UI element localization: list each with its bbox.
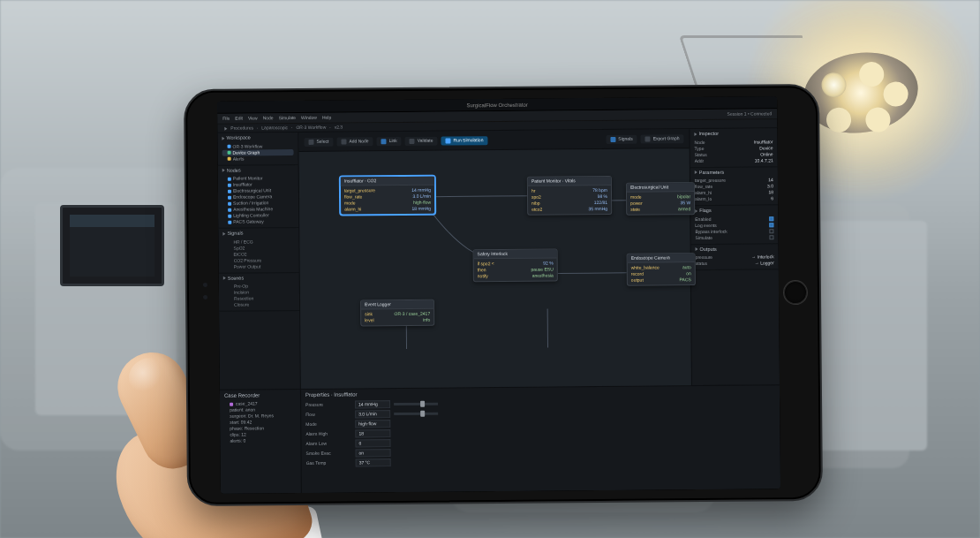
graph-node-interlock[interactable]: Safety Interlock if spo2 <92 % thenpause… xyxy=(473,248,558,282)
background-monitor-left xyxy=(60,205,164,286)
graph-node-insufflator[interactable]: Insufflator · CO2 target_pressure14 mmHg… xyxy=(340,176,435,216)
case-recorder-panel: Case Recorder case_2417 patient: anon su… xyxy=(220,390,302,494)
prop-field-gastemp[interactable]: 37 °C xyxy=(356,458,391,466)
export-icon xyxy=(645,136,651,141)
signal-item[interactable]: CO2 Pressure xyxy=(223,257,295,264)
signal-item[interactable]: SpO2 xyxy=(222,245,294,252)
breadcrumb-seg[interactable]: Procedures xyxy=(230,125,253,130)
pressure-slider[interactable] xyxy=(394,403,438,405)
waveform-icon xyxy=(610,136,615,141)
alert-icon xyxy=(228,157,231,161)
check-icon xyxy=(410,138,415,143)
outputs-section: Outputs pressure→ Interlock status→ Logg… xyxy=(691,244,779,270)
section-title: Signals xyxy=(227,231,243,237)
checkbox-simulate[interactable] xyxy=(769,235,773,239)
chevron-down-icon[interactable] xyxy=(222,231,225,235)
connection-status: Session 1 • Connected xyxy=(727,111,773,116)
inspector-section: Inspector NodeInsufflator TypeDevice Sta… xyxy=(690,128,777,167)
menu-file[interactable]: File xyxy=(222,117,230,121)
node-title: Electrosurgical Unit xyxy=(627,183,694,193)
device-icon xyxy=(228,189,231,193)
node-canvas[interactable]: Insufflator · CO2 target_pressure14 mmHg… xyxy=(299,148,691,389)
breadcrumb-seg[interactable]: Laparoscopic xyxy=(261,125,288,130)
tablet-device: SurgicalFlow Orchestrator File Edit View… xyxy=(184,84,823,506)
node-palette-item[interactable]: PACS Gateway xyxy=(222,218,294,225)
chevron-down-icon[interactable] xyxy=(694,133,697,136)
device-icon xyxy=(228,208,231,211)
tool-select[interactable]: Select xyxy=(304,137,333,146)
properties-panel: Properties · Insufflator Pressure14 mmHg… xyxy=(301,385,780,493)
sidebar-item-workflow[interactable]: OR-3 Workflow xyxy=(222,143,293,150)
checkbox-bypass[interactable] xyxy=(769,229,773,233)
sidebar-section-scenes: Scenes Pre-Op Incision Resection Closure xyxy=(219,273,299,312)
flags-section: Flags Enabled Log events Bypass interloc… xyxy=(690,205,778,244)
section-title: Nodes xyxy=(227,168,241,173)
prop-field-alarm-hi[interactable]: 18 xyxy=(355,429,390,437)
chevron-right-icon xyxy=(224,126,227,130)
tool-validate[interactable]: Validate xyxy=(405,136,438,145)
prop-field-mode[interactable]: high-flow xyxy=(355,420,390,428)
node-title: Endoscope Camera xyxy=(628,254,695,263)
sidebar-section-workspace: Workspace OR-3 Workflow Device Graph Ale… xyxy=(217,133,298,165)
prop-field-alarm-lo[interactable]: 6 xyxy=(355,439,390,447)
chevron-down-icon[interactable] xyxy=(695,209,697,213)
tablet-home-button[interactable] xyxy=(784,281,807,304)
cursor-icon xyxy=(308,139,313,144)
run-simulation-button[interactable]: Run Simulation xyxy=(441,136,487,145)
menu-window[interactable]: Window xyxy=(301,116,317,120)
parameters-section: Parameters target_pressure14 flow_rate3.… xyxy=(690,167,778,206)
export-graph-button[interactable]: Export Graph xyxy=(641,134,684,143)
graph-node-logger[interactable]: Event Logger sinkOR-3 / case_2417 leveli… xyxy=(360,299,434,327)
device-icon xyxy=(228,220,231,224)
flow-slider[interactable] xyxy=(394,413,438,415)
plus-icon xyxy=(341,139,346,144)
breadcrumb-seg: v2.3 xyxy=(335,125,343,130)
menu-view[interactable]: View xyxy=(248,116,258,120)
chevron-down-icon[interactable] xyxy=(696,247,698,251)
chevron-down-icon[interactable] xyxy=(695,170,697,174)
link-icon xyxy=(381,139,387,144)
menu-simulate[interactable]: Simulate xyxy=(279,116,296,120)
bottom-panel: Case Recorder case_2417 patient: anon su… xyxy=(220,384,780,494)
menu-help[interactable]: Help xyxy=(322,116,331,120)
prop-field-flow[interactable]: 3.0 L/min xyxy=(355,410,390,418)
breadcrumb-seg[interactable]: OR-3 Workflow xyxy=(296,125,326,130)
chevron-down-icon[interactable] xyxy=(222,169,225,172)
section-title: Scenes xyxy=(228,276,244,281)
checkbox-enabled[interactable] xyxy=(769,216,773,221)
chevron-down-icon[interactable] xyxy=(223,277,226,280)
graph-node-monitor[interactable]: Patient Monitor · Vitals hr78 bpm spo298… xyxy=(527,176,612,216)
play-icon xyxy=(445,138,450,143)
graph-node-camera[interactable]: Endoscope Camera white_balanceauto recor… xyxy=(627,253,696,286)
signal-item[interactable]: EtCO2 xyxy=(223,251,295,258)
prop-field-pressure[interactable]: 14 mmHg xyxy=(355,400,390,408)
menu-edit[interactable]: Edit xyxy=(235,117,243,121)
graph-node-esu[interactable]: Electrosurgical Unit modebipolar power35… xyxy=(626,182,695,216)
graph-icon xyxy=(228,151,231,155)
chevron-down-icon[interactable] xyxy=(222,136,224,140)
sidebar-section-nodes: Nodes Patient Monitor Insufflator Electr… xyxy=(218,165,299,229)
checkbox-log[interactable] xyxy=(769,223,773,227)
sidebar-item-device-graph[interactable]: Device Graph xyxy=(222,149,294,156)
prop-field-smoke[interactable]: on xyxy=(356,449,391,457)
menu-node[interactable]: Node xyxy=(263,116,274,120)
case-recorder-title: Case Recorder xyxy=(224,392,296,398)
device-icon xyxy=(228,214,231,217)
signal-item[interactable]: Power Output xyxy=(223,263,295,270)
sidebar-item-alerts[interactable]: Alerts xyxy=(222,155,294,163)
signal-item[interactable]: HR / ECG xyxy=(222,239,294,246)
tool-link[interactable]: Link xyxy=(377,136,402,145)
toggle-signals[interactable]: Signals xyxy=(606,134,637,143)
tool-add-node[interactable]: Add Node xyxy=(336,137,373,146)
tablet-camera xyxy=(203,295,207,299)
section-title: Workspace xyxy=(226,135,250,140)
left-sidebar: Workspace OR-3 Workflow Device Graph Ale… xyxy=(217,133,301,390)
scene-item[interactable]: Closure xyxy=(223,301,295,308)
right-inspector-panel: Inspector NodeInsufflator TypeDevice Sta… xyxy=(689,128,780,385)
device-icon xyxy=(228,177,231,180)
case-icon xyxy=(230,402,233,405)
case-info: alerts: 0 xyxy=(224,437,296,444)
device-icon xyxy=(228,183,231,186)
sidebar-section-signals: Signals HR / ECG SpO2 EtCO2 CO2 Pressure… xyxy=(218,228,298,273)
app-screen: SurgicalFlow Orchestrator File Edit View… xyxy=(217,96,780,494)
